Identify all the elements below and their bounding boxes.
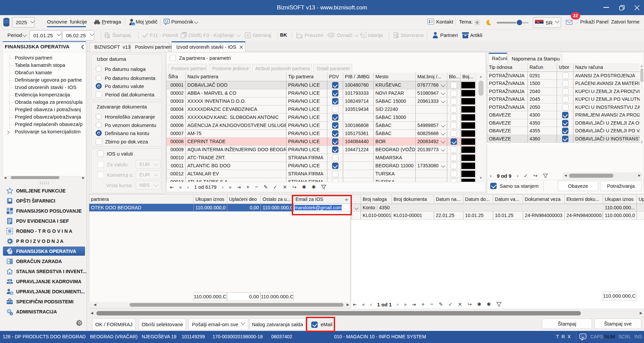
svg-text:i: i (133, 23, 134, 26)
